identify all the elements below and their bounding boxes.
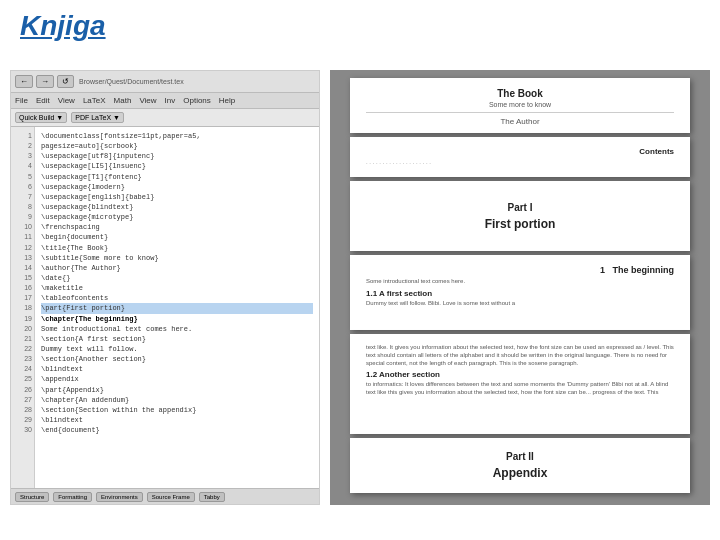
- code-line-17: \tableofcontents: [41, 293, 313, 303]
- editor-subbar: Quick Build ▼ PDF LaTeX ▼: [11, 109, 319, 127]
- chapter1-page: 1 The beginning Some introductional text…: [350, 255, 690, 330]
- code-line-19: \chapter{The beginning}: [41, 314, 313, 324]
- code-line-14: \author{The Author}: [41, 263, 313, 273]
- pdf-latex-btn[interactable]: PDF LaTeX ▼: [71, 112, 124, 123]
- menu-inv[interactable]: Inv: [165, 96, 176, 105]
- part1-page: Part I First portion: [350, 181, 690, 251]
- editor-panel: ← → ↺ Browser/Quest/Document/test.tex Fi…: [10, 70, 320, 505]
- footer-environments-btn[interactable]: Environments: [96, 492, 143, 502]
- toolbar-reload-btn[interactable]: ↺: [57, 75, 74, 88]
- editor-menu: File Edit View LaTeX Math View Inv Optio…: [11, 93, 319, 109]
- menu-help[interactable]: Help: [219, 96, 235, 105]
- part2-label: Part II: [506, 451, 534, 462]
- contents-page: Contents · · · · · · · · · · · · · · · ·…: [350, 137, 690, 177]
- editor-toolbar: ← → ↺ Browser/Quest/Document/test.tex: [11, 71, 319, 93]
- code-line-23: \section{Another section}: [41, 354, 313, 364]
- code-line-30: \end{document}: [41, 425, 313, 435]
- code-line-20: Some introductional text comes here.: [41, 324, 313, 334]
- code-line-29: \blindtext: [41, 415, 313, 425]
- section1-text: Dummy text will follow. Blibi. Love is s…: [366, 300, 674, 308]
- toolbar-fwd-btn[interactable]: →: [36, 75, 54, 88]
- code-line-5: \usepackage[T1]{fontenc}: [41, 172, 313, 182]
- page-title: Knjiga: [20, 10, 106, 42]
- content-page: text like. It gives you information abou…: [350, 334, 690, 434]
- code-line-26: \part{Appendix}: [41, 385, 313, 395]
- menu-view2[interactable]: View: [139, 96, 156, 105]
- code-line-24: \blindtext: [41, 364, 313, 374]
- code-line-28: \section{Section within the appendix}: [41, 405, 313, 415]
- code-line-7: \usepackage[english]{babel}: [41, 192, 313, 202]
- menu-view[interactable]: View: [58, 96, 75, 105]
- section1-title: 1.1 A first section: [366, 289, 674, 298]
- editor-content: 12345 678910 1112131415 1617181920 21222…: [11, 127, 319, 502]
- code-line-8: \usepackage{blindtext}: [41, 202, 313, 212]
- section2-title: 1.2 Another section: [366, 370, 674, 379]
- code-line-27: \chapter{An addendum}: [41, 395, 313, 405]
- preview-panel: The Book Some more to know The Author Co…: [330, 70, 710, 505]
- code-line-25: \appendix: [41, 374, 313, 384]
- code-line-18: \part{First portion}: [41, 303, 313, 313]
- code-line-4: \usepackage[LI5]{lnsuenc}: [41, 161, 313, 171]
- code-area[interactable]: \documentclass[fontsize=11pt,paper=a5, p…: [35, 127, 319, 502]
- section2-text: to informatics: It loves differences bet…: [366, 381, 674, 397]
- footer-structure-btn[interactable]: Structure: [15, 492, 49, 502]
- footer-formatting-btn[interactable]: Formatting: [53, 492, 92, 502]
- doc-subtitle: Some more to know: [366, 101, 674, 108]
- title-page: The Book Some more to know The Author: [350, 78, 690, 133]
- code-line-1: \documentclass[fontsize=11pt,paper=a5,: [41, 131, 313, 141]
- editor-footer: Structure Formatting Environments Source…: [11, 488, 319, 504]
- part2-page: Part II Appendix: [350, 438, 690, 493]
- code-line-13: \subtitle{Some more to know}: [41, 253, 313, 263]
- part1-label: Part I: [507, 202, 532, 213]
- code-line-9: \usepackage{microtype}: [41, 212, 313, 222]
- content-text: text like. It gives you information abou…: [366, 344, 674, 367]
- doc-author: The Author: [366, 117, 674, 126]
- code-line-6: \usepackage{lmodern}: [41, 182, 313, 192]
- code-line-16: \maketitle: [41, 283, 313, 293]
- line-numbers: 12345 678910 1112131415 1617181920 21222…: [11, 127, 35, 502]
- menu-file[interactable]: File: [15, 96, 28, 105]
- chapter1-name: The beginning: [613, 265, 675, 275]
- code-line-12: \title{The Book}: [41, 243, 313, 253]
- footer-tabby-btn[interactable]: Tabby: [199, 492, 225, 502]
- menu-latex[interactable]: LaTeX: [83, 96, 106, 105]
- menu-math[interactable]: Math: [114, 96, 132, 105]
- code-line-21: \section{A first section}: [41, 334, 313, 344]
- doc-title: The Book: [366, 88, 674, 99]
- menu-options[interactable]: Options: [183, 96, 211, 105]
- toolbar-back-btn[interactable]: ←: [15, 75, 33, 88]
- code-line-15: \date{}: [41, 273, 313, 283]
- code-line-10: \frenchspacing: [41, 222, 313, 232]
- chapter1-intro: Some introductional text comes here.: [366, 278, 674, 286]
- chapter1-num: 1: [600, 265, 605, 275]
- chapter1-title: 1 The beginning: [366, 265, 674, 275]
- contents-heading: Contents: [366, 147, 674, 156]
- quick-build-btn[interactable]: Quick Build ▼: [15, 112, 67, 123]
- code-line-2: pagesize=auto]{scrbook}: [41, 141, 313, 151]
- part2-name: Appendix: [493, 466, 548, 480]
- footer-source-frame-btn[interactable]: Source Frame: [147, 492, 195, 502]
- code-line-22: Dummy text will follow.: [41, 344, 313, 354]
- file-path: Browser/Quest/Document/test.tex: [79, 78, 184, 85]
- menu-edit[interactable]: Edit: [36, 96, 50, 105]
- contents-placeholder: · · · · · · · · · · · · · · · · · · · ·: [366, 160, 674, 166]
- code-line-3: \usepackage[utf8]{inputenc}: [41, 151, 313, 161]
- part1-name: First portion: [485, 217, 556, 231]
- code-line-11: \begin{document}: [41, 232, 313, 242]
